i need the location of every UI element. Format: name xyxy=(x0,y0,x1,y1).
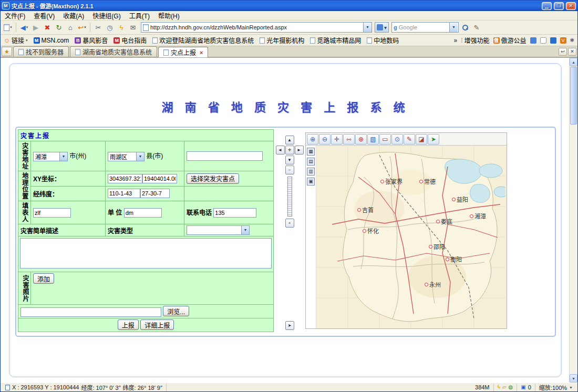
map-zoom-slider[interactable] xyxy=(287,177,292,216)
link-zhongdi[interactable]: 中地数码 xyxy=(367,36,399,45)
phone-input[interactable] xyxy=(213,208,256,218)
description-textarea[interactable] xyxy=(20,238,272,269)
mail-button[interactable]: ✉ xyxy=(128,22,138,33)
scroll-up-icon[interactable]: ▲ xyxy=(570,58,577,66)
pan-down-button[interactable]: ▼ xyxy=(285,156,294,164)
address-detail-input[interactable] xyxy=(187,151,263,161)
legend-button[interactable]: ▤ xyxy=(307,158,315,166)
vertical-scrollbar[interactable]: ▲ ▼ xyxy=(569,58,577,383)
search-input[interactable] xyxy=(399,24,448,30)
pan-icon[interactable]: ✛ xyxy=(331,134,343,145)
download-manager-icon[interactable] xyxy=(550,37,556,44)
overview-map-button[interactable]: ▦ xyxy=(307,148,315,156)
maxthon-charity-button[interactable]: 傲 傲游公益 xyxy=(493,36,527,45)
quick-access-dropdown[interactable]: ▾ xyxy=(375,22,389,33)
center-map-button[interactable]: ✛ xyxy=(285,146,294,154)
tab-server-not-found[interactable]: 找不到服务器 xyxy=(13,46,69,57)
disaster-type-select[interactable]: ▼ xyxy=(187,225,250,235)
longitude-input[interactable] xyxy=(108,189,140,198)
link-photo-agency[interactable]: 光年摄影机构 xyxy=(260,36,304,45)
close-button[interactable]: ✕ xyxy=(566,2,576,10)
search-button[interactable] xyxy=(460,22,470,33)
minimize-button[interactable]: ▁ xyxy=(542,2,552,10)
link-baofeng[interactable]: B 暴风影音 xyxy=(75,36,108,45)
menu-view[interactable]: 查看(V) xyxy=(34,11,55,20)
full-extent-icon[interactable]: ⊛ xyxy=(355,134,367,145)
locate-icon[interactable]: ➤ xyxy=(428,134,439,145)
scrollbar-thumb[interactable] xyxy=(570,67,577,125)
link-disaster-system[interactable]: 欢迎登陆湖南省地质灾害信息系统 xyxy=(152,36,254,45)
x-coordinate-input[interactable] xyxy=(108,174,142,183)
measure-distance-icon[interactable]: ⇿ xyxy=(343,134,355,145)
menu-tools[interactable]: 工具(T) xyxy=(129,11,150,20)
file-path-input[interactable] xyxy=(20,307,161,317)
layer-list-button[interactable]: ▥ xyxy=(307,168,315,176)
county-select[interactable]: 雨湖区 ▼ xyxy=(108,152,145,161)
window-split-icon[interactable] xyxy=(540,37,546,44)
enhance-features-button[interactable]: ⁞增强功能 xyxy=(461,36,489,45)
maximize-button[interactable]: ❐ xyxy=(554,2,564,10)
zoom-control[interactable]: 缩放:100% ▼ xyxy=(535,384,576,391)
reporter-name-input[interactable] xyxy=(33,208,71,218)
link-radio-guide[interactable]: M 电台指南 xyxy=(113,36,147,45)
close-tab-icon[interactable]: × xyxy=(200,49,203,56)
clear-selection-icon[interactable]: ▭ xyxy=(379,134,391,145)
sidebar-toggle-icon[interactable] xyxy=(530,37,536,44)
new-tab-button[interactable]: ▾ xyxy=(3,22,13,33)
unit-input[interactable] xyxy=(124,208,162,218)
pan-up-button[interactable]: ▲ xyxy=(285,136,294,145)
select-rectangle-icon[interactable]: ▧ xyxy=(367,134,379,145)
search-engine-dropdown[interactable]: ▼ xyxy=(449,23,458,32)
tab-disaster-info-system[interactable]: 湖南省地质灾害信息系统 xyxy=(70,46,157,57)
undo-button[interactable]: ↩▾ xyxy=(77,22,87,33)
menu-file[interactable]: 文件(F) xyxy=(5,11,25,20)
map-view[interactable]: 张家界常德益阳吉首怀化娄底湘潭邵阳衡阳永州 xyxy=(316,146,507,328)
pick-disaster-point-button[interactable]: 选择突发灾害点 xyxy=(187,173,239,184)
back-button[interactable]: ◀▾ xyxy=(19,22,29,33)
expand-panel-button[interactable]: ➤ xyxy=(285,321,294,330)
y-coordinate-input[interactable] xyxy=(142,174,177,183)
eraser-icon[interactable]: ◪ xyxy=(416,134,427,145)
menu-groups[interactable]: 快捷组(G) xyxy=(92,11,120,20)
latitude-input[interactable] xyxy=(140,189,170,198)
favorites-panel-button[interactable]: ★ xyxy=(2,47,12,56)
scroll-down-icon[interactable]: ▼ xyxy=(570,374,577,383)
menu-favorites[interactable]: 收藏(A) xyxy=(63,11,84,20)
pan-left-button[interactable]: ◄ xyxy=(276,146,285,154)
folder-icon[interactable]: ▱ xyxy=(502,384,507,390)
detailed-report-button[interactable]: 详细上报 xyxy=(140,319,174,330)
pan-right-button[interactable]: ► xyxy=(295,146,304,154)
link-msn[interactable]: M MSN.com xyxy=(34,37,69,44)
zoom-out-icon[interactable]: ⊖ xyxy=(319,134,331,145)
tab-disaster-report[interactable]: 灾点上报 × xyxy=(158,47,208,57)
reopen-tab-button[interactable]: ↩ xyxy=(559,48,567,56)
refresh-button[interactable]: ↻ xyxy=(54,22,64,33)
address-input[interactable] xyxy=(150,23,362,32)
scrollbar-track[interactable] xyxy=(570,125,577,374)
print-map-button[interactable]: ▣ xyxy=(307,178,315,185)
proxy-globe-icon[interactable]: ◍ xyxy=(509,384,513,390)
address-dropdown-button[interactable]: ▼ xyxy=(363,23,371,32)
more-links-icon[interactable]: » xyxy=(454,37,458,44)
snap-tool-button[interactable]: ✂ xyxy=(93,22,104,33)
browse-button[interactable]: 浏览... xyxy=(163,306,189,316)
zoom-in-icon[interactable]: ⊕ xyxy=(307,134,318,145)
draw-point-icon[interactable]: ✎ xyxy=(404,134,415,145)
city-select[interactable]: 湘潭 ▼ xyxy=(33,152,68,161)
link-city-boutique[interactable]: 觅路城市精品网 xyxy=(310,36,361,45)
close-tab-button[interactable]: ✕ xyxy=(568,48,576,56)
history-button[interactable]: ◷ xyxy=(105,22,115,33)
submit-report-button[interactable]: 上报 xyxy=(118,319,139,330)
identify-icon[interactable]: ⊙ xyxy=(391,134,403,145)
gear-icon[interactable]: ✱ xyxy=(570,37,574,43)
zoom-out-step-button[interactable]: − xyxy=(285,166,294,174)
fill-form-button[interactable]: ✎ xyxy=(471,22,482,33)
boost-icon[interactable]: ϟ xyxy=(498,384,500,390)
home-button[interactable]: ⌂ xyxy=(65,22,76,33)
links-folder-button[interactable]: ☺ 链接▾ xyxy=(4,36,28,45)
forward-button[interactable]: ▶ xyxy=(30,22,41,33)
boost-button[interactable]: ϟ xyxy=(116,22,127,33)
stop-button[interactable]: ✖ xyxy=(42,22,53,33)
menu-help[interactable]: 帮助(H) xyxy=(158,11,180,20)
plugin-icon[interactable]: V xyxy=(560,37,566,44)
